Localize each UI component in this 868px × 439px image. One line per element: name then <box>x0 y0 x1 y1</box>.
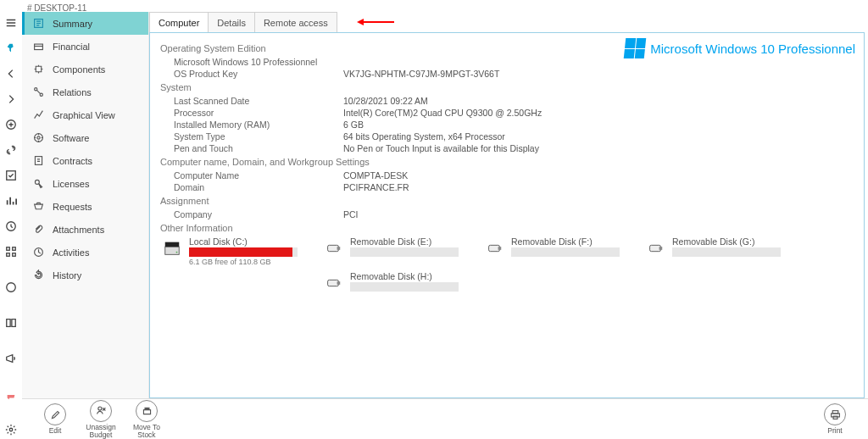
svg-rect-27 <box>328 280 339 286</box>
tab-bar: Computer Details Remote access <box>149 12 865 32</box>
row-last-scanned: Last Scanned Date10/28/2021 09:22 AM <box>162 96 852 106</box>
relations-icon <box>32 86 44 98</box>
notification-icon[interactable] <box>5 388 17 414</box>
section-other: Other Information <box>160 223 852 233</box>
svg-point-8 <box>9 428 13 431</box>
usb-icon <box>645 238 665 258</box>
disk-removable-h[interactable]: Removable Disk (H:) <box>323 271 484 293</box>
svg-point-11 <box>34 88 36 91</box>
sidebar-item-label: Software <box>53 133 89 143</box>
sidebar-item-summary[interactable]: Summary <box>22 12 148 35</box>
svg-rect-25 <box>650 245 661 251</box>
windows-logo-icon <box>624 38 647 58</box>
sidebar-item-financial[interactable]: Financial <box>22 35 148 58</box>
financial-icon <box>32 41 44 53</box>
sidebar-item-attachments[interactable]: Attachments <box>22 218 148 241</box>
svg-point-7 <box>7 283 16 292</box>
requests-icon <box>32 201 44 213</box>
section-assignment: Assignment <box>160 196 852 206</box>
usb-icon <box>323 238 343 258</box>
link-icon[interactable] <box>5 144 17 159</box>
sidebar-item-history[interactable]: History <box>22 264 148 286</box>
tab-computer[interactable]: Computer <box>149 12 209 32</box>
sidebar-item-activities[interactable]: Activities <box>22 241 148 264</box>
svg-rect-19 <box>165 242 180 247</box>
sidebar-item-label: Contracts <box>53 156 92 166</box>
licenses-icon <box>32 178 44 190</box>
move-to-stock-button[interactable]: Move ToStock <box>124 400 170 439</box>
apps-icon[interactable] <box>5 246 17 261</box>
edit-button[interactable]: Edit <box>32 403 78 435</box>
disk-removable-f[interactable]: Removable Disk (F:) <box>484 236 645 266</box>
disk-usage-bar <box>189 247 298 257</box>
print-label: Print <box>827 427 842 435</box>
annotation-arrow <box>357 12 394 32</box>
disk-label: Removable Disk (E:) <box>350 236 484 247</box>
megaphone-icon[interactable] <box>5 353 17 378</box>
disk-removable-e[interactable]: Removable Disk (E:) <box>323 236 484 266</box>
row-processor: ProcessorIntel(R) Core(TM)2 Quad CPU Q93… <box>162 108 852 118</box>
book-icon[interactable] <box>5 317 17 342</box>
disk-usage-fill <box>189 247 292 257</box>
section-cndw: Computer name, Domain, and Workgroup Set… <box>160 157 852 167</box>
activities-icon <box>32 247 44 258</box>
components-icon <box>32 64 44 75</box>
svg-rect-3 <box>7 247 10 251</box>
row-pen-touch: Pen and TouchNo Pen or Touch Input is av… <box>162 143 852 153</box>
sidebar-item-graphical-view[interactable]: Graphical View <box>22 103 148 126</box>
svg-rect-22 <box>337 247 341 250</box>
svg-rect-15 <box>35 157 42 165</box>
sidebar-item-components[interactable]: Components <box>22 58 148 81</box>
disk-removable-g[interactable]: Removable Disk (G:) <box>645 236 806 266</box>
disk-usage-bar <box>350 247 459 257</box>
icon-rail <box>0 12 22 439</box>
bottom-action-bar: Edit UnassignBudget Move ToStock Print <box>22 398 868 439</box>
disk-label: Removable Disk (G:) <box>672 236 806 247</box>
row-ram: Installed Memory (RAM)6 GB <box>162 119 852 130</box>
tab-details[interactable]: Details <box>208 12 255 32</box>
row-computer-name: Computer NameCOMPTA-DESK <box>162 170 852 181</box>
sidebar-item-label: Graphical View <box>53 110 115 120</box>
sidebar-item-relations[interactable]: Relations <box>22 81 148 103</box>
os-brand: Microsoft Windows 10 Professionnel <box>625 38 855 58</box>
disk-local-c[interactable]: Local Disk (C:) 6.1 GB free of 110.8 GB <box>162 236 323 266</box>
bars-icon[interactable] <box>5 195 17 210</box>
svg-point-29 <box>97 407 101 410</box>
row-company: CompanyPCI <box>162 209 852 220</box>
svg-rect-5 <box>7 253 10 257</box>
history-icon[interactable] <box>5 220 17 236</box>
usb-icon <box>484 238 504 258</box>
sidebar-item-requests[interactable]: Requests <box>22 195 148 218</box>
computer-panel: Microsoft Windows 10 Professionnel Opera… <box>149 32 865 398</box>
svg-rect-32 <box>833 416 837 419</box>
add-icon[interactable] <box>5 119 17 134</box>
svg-rect-26 <box>659 247 663 250</box>
forward-icon[interactable] <box>5 93 17 108</box>
menu-icon[interactable] <box>5 17 17 32</box>
back-icon[interactable] <box>5 68 17 83</box>
unassign-budget-button[interactable]: UnassignBudget <box>78 400 124 439</box>
sidebar-item-label: Requests <box>53 202 92 212</box>
sidebar-item-licenses[interactable]: Licenses <box>22 172 148 195</box>
disk-usage-bar <box>350 282 459 292</box>
row-product-key: OS Product KeyVK7JG-NPHTM-C97JM-9MPGT-3V… <box>162 69 852 79</box>
svg-rect-4 <box>13 247 16 251</box>
tab-remote-access[interactable]: Remote access <box>254 12 337 32</box>
row-system-type: System Type64 bits Operating System, x64… <box>162 131 852 142</box>
disk-label: Removable Disk (H:) <box>350 271 484 281</box>
svg-rect-24 <box>498 247 502 250</box>
pin-icon[interactable] <box>5 42 17 58</box>
section-system: System <box>160 82 852 92</box>
contracts-icon <box>32 155 44 167</box>
disk-usage-bar <box>511 247 620 257</box>
checkbox-icon[interactable] <box>5 169 17 185</box>
disk-label: Local Disk (C:) <box>189 236 323 247</box>
sidebar-item-contracts[interactable]: Contracts <box>22 149 148 172</box>
svg-rect-6 <box>13 253 16 257</box>
summary-icon <box>32 18 44 30</box>
settings-icon[interactable] <box>5 424 17 439</box>
chat-icon[interactable] <box>5 281 17 307</box>
sidebar-item-software[interactable]: Software <box>22 126 148 149</box>
print-button[interactable]: Print <box>812 403 858 435</box>
svg-point-12 <box>40 93 42 96</box>
